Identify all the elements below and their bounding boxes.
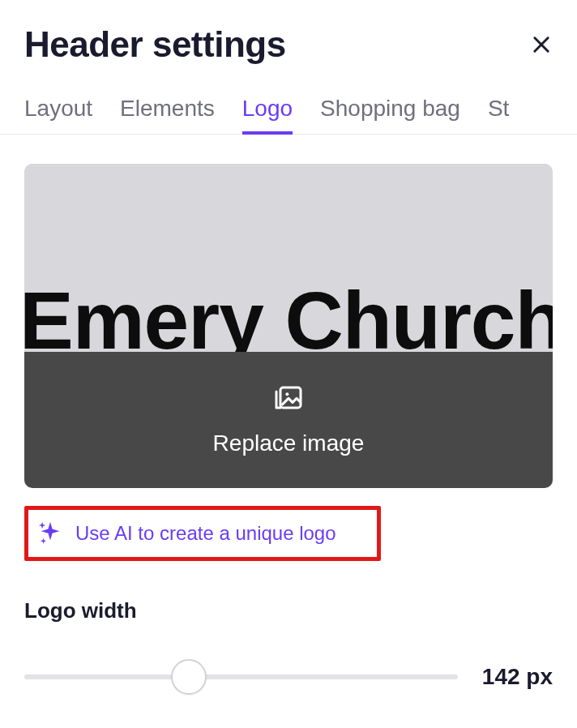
- sparkle-icon: [36, 520, 64, 547]
- tab-elements[interactable]: Elements: [120, 96, 215, 135]
- logo-width-slider[interactable]: [24, 659, 458, 695]
- tabs: Layout Elements Logo Shopping bag St: [0, 96, 577, 135]
- use-ai-logo-label: Use AI to create a unique logo: [75, 522, 336, 545]
- replace-image-label: Replace image: [213, 430, 365, 456]
- logo-preview-text: Emery Church: [24, 284, 553, 352]
- logo-width-value: 142 px: [482, 664, 553, 690]
- logo-preview: Emery Church: [24, 164, 553, 352]
- tab-more[interactable]: St: [488, 96, 509, 135]
- logo-width-label: Logo width: [24, 598, 553, 623]
- replace-image-button[interactable]: Replace image: [24, 352, 553, 488]
- tab-logo[interactable]: Logo: [242, 96, 293, 135]
- close-icon[interactable]: [530, 33, 553, 56]
- image-stack-icon: [272, 383, 305, 419]
- svg-point-3: [285, 392, 288, 396]
- logo-preview-card: Emery Church Replace image: [24, 164, 553, 488]
- tab-shopping-bag[interactable]: Shopping bag: [320, 96, 460, 135]
- panel-title: Header settings: [24, 24, 286, 65]
- slider-track: [24, 674, 458, 679]
- tab-layout[interactable]: Layout: [24, 96, 92, 135]
- slider-thumb[interactable]: [171, 659, 207, 695]
- use-ai-logo-button[interactable]: Use AI to create a unique logo: [24, 506, 381, 561]
